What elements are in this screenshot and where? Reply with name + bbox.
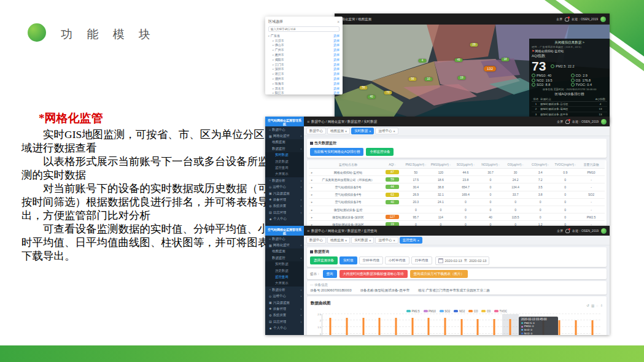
end-date[interactable]: 2020-02-13	[469, 259, 486, 263]
sidebar-item[interactable]: ⌂数据中心	[265, 126, 304, 133]
fullscreen-button[interactable]: 全屏	[557, 120, 563, 123]
expand-caret-icon[interactable]	[309, 171, 315, 174]
sidebar-item[interactable]: ⌂数据中心	[265, 236, 304, 242]
map-aqi-badge[interactable]: 40	[368, 95, 376, 99]
select-link[interactable]: 选择	[333, 87, 339, 90]
close-simulation-link[interactable]: 关闭模拟仿真数据 >	[532, 40, 607, 45]
map-aqi-badge[interactable]: 56	[409, 77, 417, 81]
date-range-picker[interactable]: 2020-02-13 至 2020-02-13	[435, 256, 490, 265]
sidebar-item[interactable]: 地图监测	[265, 248, 304, 255]
column-header[interactable]: PM10(μg/m³)	[429, 163, 454, 166]
filter-button[interactable]: 分钟平均值	[359, 256, 384, 264]
sidebar-item[interactable]: ❖设备管理∨	[265, 306, 304, 312]
tab[interactable]: 地图监测	[327, 128, 350, 134]
map-aqi-badge[interactable]: 73	[384, 91, 392, 94]
map-aqi-badge[interactable]: 10	[425, 77, 433, 81]
select-link[interactable]: 选择	[333, 82, 339, 85]
filter-button[interactable]: 实时值	[339, 256, 357, 264]
sidebar-item[interactable]: 地图监测	[265, 139, 304, 145]
tab[interactable]: 运维中心	[375, 237, 398, 244]
select-link[interactable]: 选择	[333, 72, 339, 75]
select-link[interactable]: 选择	[333, 43, 339, 47]
expand-caret-icon[interactable]	[309, 193, 315, 196]
bell-icon[interactable]	[565, 229, 570, 233]
sidebar-item[interactable]: ⊙运维中心∨	[265, 293, 304, 299]
gis-map[interactable]: 2944918132561019567340 关闭模拟仿真数据 > 经纬：广东省…	[335, 25, 610, 123]
sidebar-item[interactable]: 监控查询	[265, 274, 304, 280]
table-row[interactable]: 微型站测试设备-深圳区 127 95.7114 040 115.50 0PM2.…	[309, 214, 605, 221]
filter-button[interactable]: 日平均值	[411, 256, 432, 264]
sidebar-item[interactable]: ⊙运维中心∨	[265, 184, 304, 190]
tab[interactable]: 监控查询	[400, 237, 422, 244]
column-header[interactable]: CO(mg/m³)	[528, 163, 553, 166]
ranking-row[interactable]: 1微型站测试设备-云浮区4	[532, 102, 607, 107]
column-header[interactable]: SO2(μg/m³)	[453, 163, 478, 166]
region-tree-item[interactable]: 江门市 选择	[268, 62, 339, 67]
filter-button[interactable]: 选择监测设备	[310, 256, 338, 264]
legend-item[interactable]: O3	[481, 310, 491, 313]
close-tab-icon[interactable]	[369, 239, 371, 242]
legend-item[interactable]: PM10	[424, 310, 436, 313]
sidebar-item[interactable]: ▦网格化监管∧	[265, 242, 304, 248]
hamburger-icon[interactable]	[307, 229, 309, 233]
close-tab-icon[interactable]	[369, 129, 371, 133]
table-row[interactable]: 微型站测试设备-监控 00 00 00 0-	[309, 206, 605, 214]
tab[interactable]: 实时数据	[351, 128, 374, 134]
table-row[interactable]: 广东奥斯恩科技有限公司（环保机构） 59 17.518.6 23.80 24.2…	[309, 176, 605, 183]
tab[interactable]: 数据中心	[306, 128, 326, 134]
map-aqi-badge[interactable]: 4	[419, 59, 427, 63]
column-header[interactable]: NO2(μg/m³)	[478, 163, 503, 166]
filter-button[interactable]: 小时平均值	[385, 256, 409, 264]
start-date[interactable]: 2020-02-13	[445, 259, 462, 263]
column-header[interactable]: PM2.5(μg/m³)	[403, 163, 429, 166]
sidebar-item[interactable]: ☻个人中心	[265, 325, 304, 331]
sidebar-item[interactable]: 大屏展示	[265, 171, 304, 177]
table-row[interactable]: 微型站测试设备-清远区 19 00 00 01.2 0-	[309, 221, 605, 226]
close-tab-icon[interactable]	[345, 239, 347, 242]
region-tree-item[interactable]: 云浮市 选择	[268, 38, 339, 43]
legend-item[interactable]: NO2	[454, 310, 465, 313]
sidebar-item[interactable]: 监控查询	[265, 164, 304, 171]
sidebar-item[interactable]: ◔数据分析∨	[265, 177, 304, 183]
tip-button[interactable]: 大跨度时间查询数据加载较慢请耐心等待	[339, 270, 408, 278]
ranking-row[interactable]: 2微型站测试设备-清远区13	[532, 107, 607, 112]
select-link[interactable]: 选择	[333, 34, 339, 37]
expand-caret-icon[interactable]	[309, 215, 315, 219]
hamburger-icon[interactable]	[307, 120, 309, 124]
sidebar-item[interactable]: ◔数据分析∨	[265, 287, 304, 293]
fullscreen-button[interactable]: 全屏	[557, 229, 563, 233]
chart-plot[interactable]: 00.511.522.52020-02-13 03:45:00PM2.5: 0P…	[322, 314, 600, 336]
region-tree-item[interactable]: 广州市 选择	[268, 47, 339, 52]
chart-tool-icon[interactable]: ▥	[591, 304, 594, 307]
chart-tool-icon[interactable]: ↺	[586, 304, 589, 307]
legend-item[interactable]: TVOC	[494, 310, 507, 313]
sidebar-item[interactable]: 实时数据	[265, 261, 304, 268]
bell-icon[interactable]	[565, 120, 570, 124]
close-tab-icon[interactable]	[345, 129, 347, 133]
action-button[interactable]: 全部监控设备	[366, 148, 394, 156]
table-row[interactable]: 空气站模拟设备3号 40 20.324.1 00 00 0-	[309, 199, 605, 206]
avatar[interactable]	[600, 17, 606, 22]
tab[interactable]: 数据中心	[306, 237, 326, 244]
sidebar-item[interactable]: ⚙系统设置∨	[265, 312, 304, 318]
legend-item[interactable]: CO	[468, 310, 478, 313]
sidebar-item[interactable]: 历史数据	[265, 158, 304, 164]
map-aqi-badge[interactable]: 49	[455, 58, 463, 62]
sidebar-item[interactable]: 数据监控∧	[265, 255, 304, 261]
select-link[interactable]: 选择	[333, 53, 339, 56]
legend-item[interactable]: SO2	[440, 310, 451, 313]
map-aqi-badge[interactable]: 29	[470, 43, 478, 47]
region-tree-item[interactable]: 深圳市 选择	[268, 67, 339, 72]
avatar[interactable]	[601, 119, 607, 125]
region-tree-item[interactable]: 惠州市 选择	[268, 52, 339, 57]
expand-caret-icon[interactable]	[309, 178, 315, 182]
map-aqi-badge[interactable]: 132	[484, 66, 496, 72]
sidebar-item[interactable]: ▣污染源监测	[265, 190, 304, 196]
chart-tool-icon[interactable]: ⇩	[600, 304, 603, 307]
chart-tool-icon[interactable]: ◌	[596, 304, 598, 307]
fullscreen-button[interactable]: 全屏	[556, 17, 562, 21]
column-header[interactable]: AQI	[381, 163, 403, 166]
tab[interactable]: 实时数据	[351, 237, 374, 244]
select-link[interactable]: 选择	[333, 39, 339, 42]
sidebar-item[interactable]: 实时数据	[265, 152, 304, 158]
